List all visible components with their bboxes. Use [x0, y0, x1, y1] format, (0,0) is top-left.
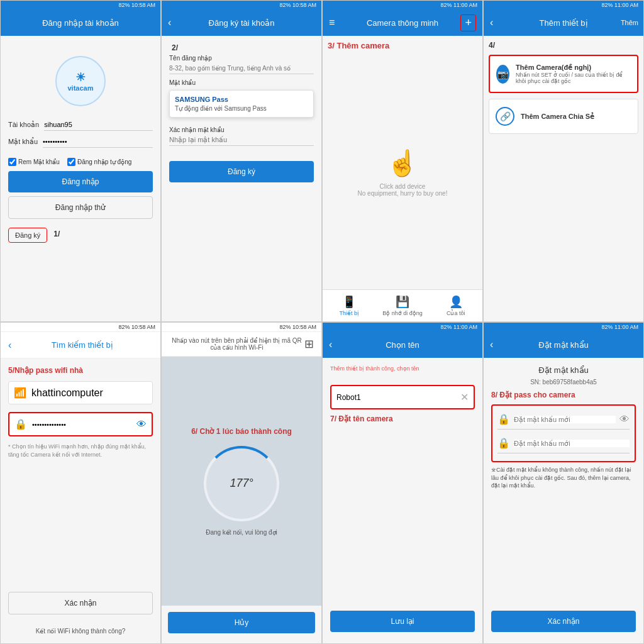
- screen-camera: 82% 11:00 AM ≡ Camera thông minh + 3/ Th…: [322, 0, 483, 322]
- screen2-content: 2/ Tên đăng nhập Mật khẩu SAMSUNG Pass T…: [162, 36, 321, 321]
- waiting-text: Đang kết nối, vui lòng đợi: [196, 529, 287, 536]
- clear-icon[interactable]: ✕: [460, 391, 469, 403]
- remember-label: Rem Mật khẩu: [8, 158, 60, 166]
- reg-password-label: Mật khẩu: [169, 79, 314, 86]
- new-password-input2[interactable]: [514, 440, 630, 447]
- lock-icon: 🔒: [14, 418, 27, 430]
- remember-checkbox[interactable]: [8, 158, 16, 166]
- screen3-title: Camera thông minh: [367, 18, 438, 28]
- username-field: Tên đăng nhập: [169, 55, 314, 74]
- step2-label: 2/: [172, 43, 178, 52]
- fail-text: Kết nối WiFi không thành công?: [36, 628, 126, 635]
- nav-device[interactable]: 📱 Thiết bị: [323, 290, 376, 321]
- wifi-note: * Chọn tín hiệu WiFi mạnh hơn, nhập đúng…: [8, 443, 153, 458]
- progress-text: 177°: [230, 477, 253, 490]
- vitacam-logo: ☀ vitacam: [55, 56, 106, 106]
- username-input[interactable]: [169, 63, 314, 74]
- screen2-title: Đăng ký tài khoản: [209, 18, 275, 28]
- camera-name-field[interactable]: ✕: [330, 385, 475, 409]
- step6-label: 6/ Chờ 1 lúc báo thành công: [191, 427, 292, 436]
- lock-icon-8a: 🔒: [497, 413, 510, 425]
- status-bar-5: 82% 10:58 AM: [1, 323, 160, 332]
- remember-row: Rem Mật khẩu Đăng nhập tự động: [8, 158, 153, 166]
- menu-icon[interactable]: ≡: [329, 17, 335, 28]
- status-bar-1: 82% 10:58 AM: [1, 1, 160, 9]
- nav-storage[interactable]: 💾 Bộ nhớ di động: [376, 290, 430, 321]
- autologin-checkbox[interactable]: [67, 158, 75, 166]
- camera-name-input[interactable]: [336, 393, 460, 402]
- eye-icon[interactable]: 👁: [136, 419, 147, 430]
- password-input[interactable]: [43, 136, 153, 148]
- screen4-partial: Thêm: [621, 19, 638, 26]
- back-arrow-4[interactable]: ‹: [490, 17, 493, 28]
- confirm-button-5[interactable]: Xác nhận: [8, 592, 153, 614]
- screen7-content: Thêm thiết bị thành công, chọn tên ✕ 7/ …: [323, 358, 482, 643]
- waiting-area: 6/ Chờ 1 lúc báo thành công 177° Đang kế…: [162, 357, 321, 606]
- device-icon: 📱: [342, 295, 356, 309]
- mine-icon: 👤: [449, 295, 463, 309]
- screen6-topbar: Nhấp vào nút trên bên phải để hiện thị m…: [162, 332, 321, 357]
- samsung-pass-popup: SAMSUNG Pass Tự động điền với Samsung Pa…: [169, 90, 314, 118]
- screen1-title: Đăng nhập tài khoản: [42, 18, 119, 28]
- qr-icon[interactable]: ⊞: [304, 337, 314, 351]
- add-camera-item[interactable]: 📷 Thêm Camera(đề nghị) Nhấn nút SET ở cu…: [489, 55, 638, 93]
- storage-icon: 💾: [396, 295, 409, 309]
- screen-search-device: 82% 10:58 AM ‹ Tìm kiếm thiết bị 5/Nhập …: [0, 322, 161, 644]
- register-submit-button[interactable]: Đăng ký: [169, 161, 314, 182]
- status-text-8: 82% 11:00 AM: [601, 324, 638, 330]
- login-button[interactable]: Đăng nhập: [8, 171, 153, 192]
- new-password-field2: 🔒: [497, 433, 630, 453]
- account-input[interactable]: [44, 119, 153, 131]
- step7-label: 7/ Đặt tên camera: [330, 414, 475, 423]
- samsung-pass-sub: Tự động điền với Samsung Pass: [175, 105, 308, 112]
- confirm-field: Xác nhận mật khẩu: [169, 126, 314, 146]
- status-text-3: 82% 11:00 AM: [440, 2, 477, 8]
- new-password-input1[interactable]: [514, 416, 616, 423]
- status-bar-2: 82% 10:58 AM: [162, 1, 321, 9]
- back-arrow-2[interactable]: ‹: [168, 17, 171, 28]
- status-bar-4: 82% 11:00 AM: [484, 1, 643, 9]
- cancel-button-6[interactable]: Hủy: [168, 612, 315, 633]
- screen1-content: ☀ vitacam Tài khoản Mật khẩu Rem Mật khẩ…: [1, 36, 160, 321]
- save-button-7[interactable]: Lưu lại: [330, 611, 475, 632]
- shared-info: Thêm Camera Chia Sẻ: [521, 113, 594, 121]
- step4-label: 4/: [489, 41, 638, 50]
- back-arrow-7[interactable]: ‹: [329, 339, 332, 350]
- nav-storage-label: Bộ nhớ di động: [382, 310, 423, 316]
- step3-annotation: 3/ Thêm camera: [323, 36, 482, 55]
- success-text: Thêm thiết bị thành công, chọn tên: [330, 365, 475, 372]
- logo-text: vitacam: [68, 84, 94, 92]
- shared-label: Thêm Camera Chia Sẻ: [521, 113, 594, 121]
- status-bar-6: 82% 10:58 AM: [162, 323, 321, 332]
- back-arrow-8[interactable]: ‹: [490, 339, 493, 350]
- nav-mine[interactable]: 👤 Của tôi: [429, 290, 482, 321]
- screen8-content: Đặt mật khẩu SN: beb69758faebb4a5 8/ Đặt…: [484, 358, 643, 643]
- status-text-6: 82% 10:58 AM: [279, 324, 316, 330]
- try-login-button[interactable]: Đăng nhập thử: [8, 196, 153, 219]
- camera-icon: 📷: [496, 65, 509, 84]
- status-bar-8: 82% 11:00 AM: [484, 323, 643, 331]
- screen-choose-name: 82% 11:00 AM ‹ Chọn tên Thêm thiết bị th…: [322, 322, 483, 644]
- add-plus-button[interactable]: +: [460, 14, 476, 31]
- wifi-password-input[interactable]: [32, 421, 131, 428]
- password-row: Mật khẩu: [8, 136, 153, 148]
- info-text-8: ※Cài đặt mật khẩu không thành công, nhấn…: [491, 466, 636, 490]
- wifi-password-field[interactable]: 🔒 👁: [8, 412, 153, 436]
- eye-icon-8a[interactable]: 👁: [619, 414, 630, 425]
- wifi-name-item: 📶 khattincomputer: [8, 381, 153, 404]
- screen7-title: Chọn tên: [386, 340, 419, 350]
- cancel-row: Hủy: [162, 606, 321, 643]
- screen1-header: Đăng nhập tài khoản: [1, 9, 160, 36]
- screen5-title: Tìm kiếm thiết bị: [11, 340, 153, 350]
- status-bar-3: 82% 11:00 AM: [323, 1, 482, 9]
- confirm-button-8[interactable]: Xác nhận: [491, 611, 636, 632]
- screen7-header: ‹ Chọn tên: [323, 331, 482, 358]
- empty-text1: Click add device: [380, 183, 426, 190]
- confirm-input[interactable]: [169, 134, 314, 146]
- screen5-content: 5/Nhập pass wifi nhà 📶 khattincomputer 🔒…: [1, 358, 160, 643]
- register-button[interactable]: Đăng ký: [8, 228, 47, 243]
- reg-password-field: Mật khẩu SAMSUNG Pass Tự động điền với S…: [169, 79, 314, 121]
- camera-label: Thêm Camera(đề nghị): [516, 64, 631, 72]
- lock-icon-8b: 🔒: [497, 437, 510, 449]
- add-shared-item[interactable]: 🔗 Thêm Camera Chia Sẻ: [489, 99, 638, 134]
